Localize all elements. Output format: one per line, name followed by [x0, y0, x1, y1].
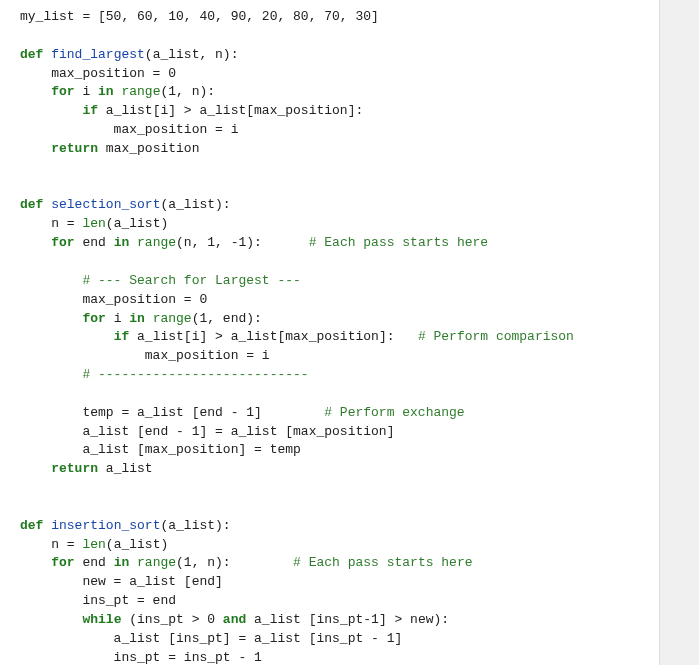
kw-in: in — [114, 555, 130, 570]
fn-name: selection_sort — [51, 197, 160, 212]
builtin: range — [114, 84, 161, 99]
params: (a_list, n): — [145, 47, 239, 62]
builtin: range — [145, 311, 192, 326]
code-line: ins_pt = ins_pt - 1 — [20, 650, 262, 665]
code-panel: my_list = [50, 60, 10, 40, 90, 20, 80, 7… — [0, 0, 660, 665]
kw-for: for — [82, 311, 105, 326]
kw-and: and — [223, 612, 246, 627]
kw-if: if — [82, 103, 98, 118]
comment: # --- Search for Largest --- — [20, 273, 301, 288]
kw-return: return — [51, 141, 98, 156]
kw-def: def — [20, 47, 43, 62]
kw-return: return — [51, 461, 98, 476]
kw-in: in — [114, 235, 130, 250]
kw-while: while — [82, 612, 121, 627]
kw-if: if — [114, 329, 130, 344]
builtin: range — [129, 235, 176, 250]
builtin: len — [82, 216, 105, 231]
code-line: new = a_list [end] — [20, 574, 223, 589]
kw-def: def — [20, 197, 43, 212]
code-line: a_list [end - 1] = a_list [max_position] — [20, 424, 394, 439]
comment: # Perform comparison — [418, 329, 574, 344]
kw-def: def — [20, 518, 43, 533]
builtin: range — [129, 555, 176, 570]
code-line: a_list [max_position] = temp — [20, 442, 301, 457]
kw-for: for — [51, 235, 74, 250]
builtin: len — [82, 537, 105, 552]
code-line: ins_pt = end — [20, 593, 176, 608]
comment: # Perform exchange — [324, 405, 464, 420]
code-line: max_position = i — [20, 348, 270, 363]
code-line: max_position = i — [20, 122, 238, 137]
comment: # Each pass starts here — [309, 235, 488, 250]
code-line: max_position = 0 — [20, 292, 207, 307]
params: (a_list): — [160, 197, 230, 212]
params: (a_list): — [160, 518, 230, 533]
code-block: my_list = [50, 60, 10, 40, 90, 20, 80, 7… — [20, 8, 659, 665]
code-line: a_list [ins_pt] = a_list [ins_pt - 1] — [20, 631, 402, 646]
kw-for: for — [51, 555, 74, 570]
fn-name: find_largest — [51, 47, 145, 62]
code-line: my_list = [50, 60, 10, 40, 90, 20, 80, 7… — [20, 9, 379, 24]
comment: # --------------------------- — [20, 367, 309, 382]
kw-in: in — [98, 84, 114, 99]
comment: # Each pass starts here — [293, 555, 472, 570]
code-line: max_position = 0 — [20, 66, 176, 81]
kw-for: for — [51, 84, 74, 99]
kw-in: in — [129, 311, 145, 326]
fn-name: insertion_sort — [51, 518, 160, 533]
